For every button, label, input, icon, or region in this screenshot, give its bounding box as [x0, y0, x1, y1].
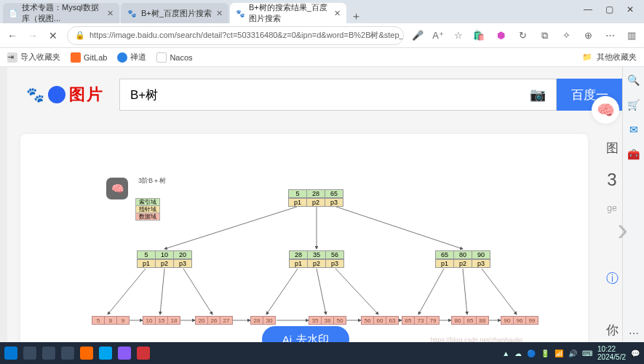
- svg-line-1: [164, 207, 297, 249]
- tray-icon[interactable]: 📶: [554, 349, 563, 357]
- close-icon[interactable]: ✕: [216, 9, 223, 18]
- puzzle-icon[interactable]: ⬢: [494, 30, 507, 41]
- mid-node: 658090: [435, 250, 490, 259]
- leaf-node: 202627: [195, 316, 233, 325]
- camera-icon[interactable]: 📷: [530, 87, 546, 103]
- page-content: 🐾 图 片 📷 百度一 🧠 🧠 3阶B＋树 索引域 指针域 数据域: [7, 67, 622, 364]
- bookmark-gitlab[interactable]: GitLab: [71, 52, 107, 63]
- pdf-icon: 📄: [9, 8, 17, 18]
- clock[interactable]: 10:222024/5/2: [597, 345, 626, 361]
- leaf-node: 657379: [402, 316, 440, 325]
- svg-line-12: [482, 269, 517, 314]
- start-button[interactable]: [4, 347, 17, 360]
- search-icon[interactable]: 🔍: [627, 74, 640, 86]
- bookmark-other[interactable]: 其他收藏夹: [597, 52, 637, 63]
- root-keys: 52865: [288, 189, 343, 198]
- minimize-button[interactable]: —: [584, 4, 592, 15]
- maximize-button[interactable]: ▢: [605, 4, 613, 15]
- task-explorer-icon[interactable]: [42, 347, 55, 360]
- close-button[interactable]: ✕: [627, 4, 634, 15]
- bookmark-chandao[interactable]: 禅道: [117, 52, 146, 63]
- search-box[interactable]: 📷: [119, 79, 557, 111]
- reader-icon[interactable]: A⁺: [432, 30, 445, 41]
- ellipsis-icon[interactable]: ⋯: [629, 328, 639, 339]
- task-app-icon[interactable]: [80, 347, 93, 360]
- extensions-icon[interactable]: ✧: [560, 30, 573, 41]
- leaf-node: 566063: [361, 316, 399, 325]
- forward-button[interactable]: →: [26, 29, 39, 42]
- voice-icon[interactable]: 🎤: [411, 30, 424, 41]
- back-button[interactable]: ←: [6, 29, 19, 42]
- url-text: https://image.baidu.com/search/detail?ct…: [90, 30, 404, 41]
- svg-line-9: [335, 269, 378, 314]
- svg-line-8: [317, 269, 326, 314]
- tabs-icon[interactable]: ▥: [625, 30, 638, 41]
- mid-node: 283556: [289, 250, 344, 259]
- bookmark-import[interactable]: ⇥导入收藏夹: [7, 52, 60, 63]
- task-app-icon[interactable]: [99, 347, 112, 360]
- split-icon[interactable]: ⧉: [538, 30, 551, 41]
- logo-text-2: 片: [87, 84, 103, 106]
- svg-line-5: [160, 269, 164, 314]
- address-bar: ← → ✕ 🔒 https://image.baidu.com/search/d…: [0, 23, 644, 48]
- baidu-logo[interactable]: 🐾 图 片: [13, 79, 115, 111]
- shopping-icon[interactable]: 🛒: [627, 99, 640, 111]
- leaf-node: 589: [92, 316, 130, 325]
- search-input[interactable]: [130, 87, 530, 102]
- refresh-icon[interactable]: ↻: [516, 30, 529, 41]
- titlebar: 📄 技术专题：Mysql数据库（视图... ✕ 🐾 B+树_百度图片搜索 ✕ 🐾…: [0, 0, 644, 23]
- leaf-node: 353850: [309, 316, 346, 325]
- shield-icon[interactable]: 🛍️: [472, 30, 485, 41]
- task-app-icon[interactable]: [137, 347, 150, 360]
- baidu-icon: 🐾: [127, 8, 137, 18]
- leaf-node: 101518: [143, 316, 180, 325]
- ai-assistant-button[interactable]: 🧠: [592, 96, 619, 124]
- root-ptrs: p1p2p3: [288, 198, 343, 207]
- paw-icon: 🐾: [26, 86, 44, 103]
- star-icon[interactable]: ☆: [452, 30, 465, 41]
- task-app-icon[interactable]: [61, 347, 74, 360]
- svg-line-11: [463, 269, 467, 314]
- tray-icon[interactable]: ☁: [514, 349, 522, 357]
- tray-icon[interactable]: ▲: [502, 349, 509, 357]
- logo-text-1: 图: [69, 84, 85, 106]
- leaf-node: 2830: [250, 316, 276, 325]
- outlook-icon[interactable]: ✉: [629, 124, 638, 135]
- tray-icon[interactable]: 🔊: [568, 349, 577, 357]
- menu-icon[interactable]: ⋯: [603, 30, 616, 41]
- stop-button[interactable]: ✕: [47, 29, 60, 42]
- baidu-icon: 🐾: [236, 8, 245, 18]
- tab-label: B+树的搜索结果_百度图片搜索: [249, 2, 330, 24]
- mid-node: p1p2p3: [289, 259, 344, 268]
- close-icon[interactable]: ✕: [107, 9, 114, 18]
- mid-node: 51020: [137, 250, 192, 259]
- collections-icon[interactable]: ⊕: [581, 30, 595, 41]
- url-field[interactable]: 🔒 https://image.baidu.com/search/detail?…: [67, 26, 404, 45]
- tab-baidu-2[interactable]: 🐾 B+树的搜索结果_百度图片搜索 ✕: [230, 3, 346, 23]
- new-tab-button[interactable]: ＋: [348, 9, 365, 23]
- taskbar[interactable]: ▲ ☁ 🔵 🔋 📶 🔊 ⌨ 10:222024/5/2 💬: [0, 342, 644, 364]
- task-app-icon[interactable]: [118, 347, 131, 360]
- system-tray[interactable]: ▲ ☁ 🔵 🔋 📶 🔊 ⌨ 10:222024/5/2 💬: [502, 345, 640, 361]
- notifications-icon[interactable]: 💬: [631, 349, 640, 357]
- baidu-mark-icon: [46, 84, 68, 106]
- lock-icon: 🔒: [75, 31, 85, 40]
- tab-baidu-1[interactable]: 🐾 B+树_百度图片搜索 ✕: [121, 3, 228, 23]
- tray-icon[interactable]: ⌨: [582, 349, 592, 357]
- tab-label: 技术专题：Mysql数据库（视图...: [22, 2, 103, 24]
- tray-icon[interactable]: 🔵: [527, 349, 536, 357]
- tools-icon[interactable]: 🧰: [627, 149, 640, 160]
- side-panel-peek: 图 3 ge ⓘ 你: [602, 134, 622, 352]
- bookmark-nacos[interactable]: Nacos: [156, 52, 192, 63]
- tray-icon[interactable]: 🔋: [541, 349, 549, 357]
- svg-line-4: [108, 269, 146, 314]
- mid-node: p1p2p3: [435, 259, 490, 268]
- svg-line-7: [266, 269, 298, 314]
- mid-node: p1p2p3: [137, 259, 192, 268]
- tab-label: B+树_百度图片搜索: [141, 8, 212, 19]
- bookmarks-bar: ⇥导入收藏夹 GitLab 禅道 Nacos 📁 其他收藏夹: [0, 48, 644, 67]
- tab-mysql[interactable]: 📄 技术专题：Mysql数据库（视图... ✕: [3, 3, 119, 23]
- task-search-icon[interactable]: [23, 347, 36, 360]
- close-icon[interactable]: ✕: [334, 9, 341, 18]
- brain-icon: 🧠: [597, 101, 615, 119]
